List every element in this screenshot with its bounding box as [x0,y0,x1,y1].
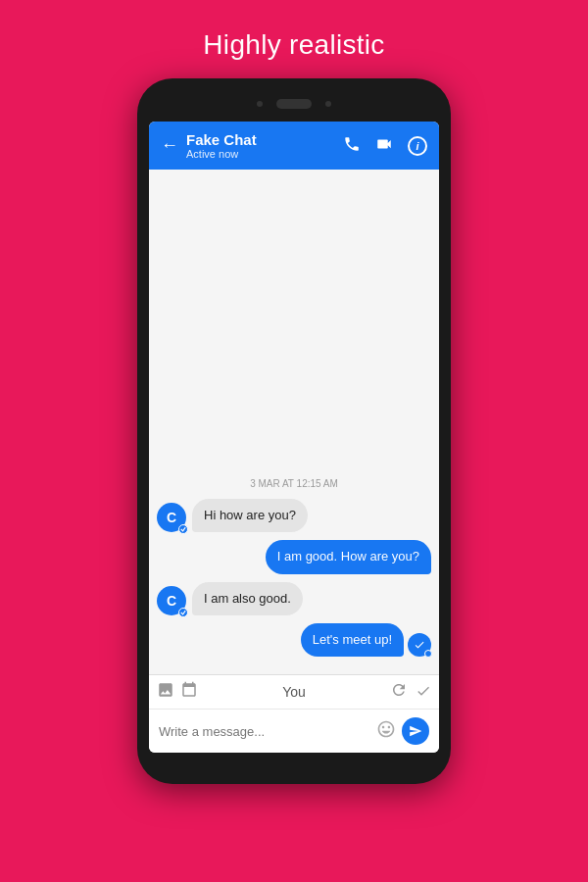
refresh-icon[interactable] [390,681,408,703]
phone-top-bar [149,90,439,118]
back-button[interactable]: ← [161,135,178,156]
input-center: You [204,684,384,700]
avatar-badge [178,608,188,617]
checkmark-icon[interactable] [416,683,431,702]
chat-body: 3 MAR AT 12:15 AM C Hi how are you? I am… [149,170,439,674]
avatar: C [157,586,186,615]
page-title: Highly realistic [203,29,384,61]
input-bar: You [149,674,439,709]
phone-shell: ← Fake Chat Active now [137,78,451,784]
image-icon[interactable] [157,681,174,703]
sent-avatar [408,633,431,657]
emoji-icon[interactable] [376,719,396,744]
video-icon[interactable] [374,135,394,157]
message-row: C I am also good. [157,582,431,615]
message-row: I am good. How are you? [157,540,431,573]
you-label: You [282,684,306,700]
message-bubble: I am good. How are you? [266,540,431,573]
contact-info: Fake Chat Active now [186,131,335,160]
message-row: C Hi how are you? [157,499,431,532]
phone-icon[interactable] [343,135,361,157]
camera-dot-2 [325,101,331,107]
message-bubble: Let's meet up! [301,623,404,657]
header-icons: i [343,135,427,157]
info-icon[interactable]: i [408,136,427,156]
message-bubble: I am also good. [192,582,303,615]
phone-bottom [149,753,439,772]
camera-dot [257,101,263,107]
message-row: Let's meet up! [157,623,431,657]
timestamp: 3 MAR AT 12:15 AM [157,478,431,489]
avatar: C [157,503,186,532]
speaker-grille [276,99,312,109]
send-button[interactable] [402,717,429,745]
message-bubble: Hi how are you? [192,499,308,532]
contact-status: Active now [186,148,335,160]
write-message-row [149,709,439,753]
contact-name: Fake Chat [186,131,335,148]
phone-screen: ← Fake Chat Active now [149,122,439,753]
sent-avatar-badge [424,650,432,658]
message-input[interactable] [159,724,376,739]
avatar-badge [178,524,188,534]
input-bar-right [390,681,431,703]
chat-header: ← Fake Chat Active now [149,122,439,170]
calendar-icon[interactable] [180,681,198,703]
